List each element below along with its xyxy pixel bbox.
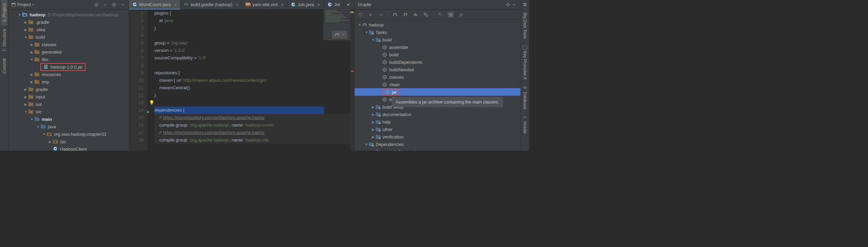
project-tree-item[interactable]: ▼hadoopD:\Project\BigDateNotes\src\hadoo… (8, 11, 129, 18)
gradle-tree-item[interactable]: buildNeeded (355, 66, 521, 73)
svg-rect-22 (45, 67, 47, 67)
close-icon[interactable]: × (236, 2, 239, 7)
svg-point-115 (523, 87, 527, 88)
svg-point-53 (507, 4, 509, 6)
gradle-tree-item[interactable]: buildDependents (355, 58, 521, 66)
svg-point-61 (450, 14, 451, 15)
gradle-run-icon[interactable] (392, 12, 398, 18)
project-tree-item[interactable]: ▶generated (8, 48, 129, 56)
gradle-tree-item[interactable]: ▼hadoop (355, 21, 521, 28)
settings-gear-icon[interactable] (111, 2, 117, 8)
editor-tab[interactable]: xmlyarn-site.xml× (242, 0, 287, 9)
project-tree-item[interactable]: ▶out (8, 100, 129, 108)
gradle-tree-item[interactable]: ▶compileClasspath (355, 148, 521, 151)
project-tree-item[interactable]: ▶.idea (8, 26, 129, 33)
gradle-tree-item[interactable]: assemble (355, 43, 521, 51)
gradle-toggle-icon[interactable] (448, 12, 454, 18)
gradle-tree-item[interactable]: ▶other (355, 126, 521, 133)
editor-tab[interactable]: CWordCount.java× (129, 0, 181, 9)
gradle-toolbar: + − (355, 10, 521, 20)
reader-mode-toggle[interactable]: × (332, 31, 347, 39)
gradle-refresh-icon[interactable] (357, 12, 363, 18)
rail-project[interactable]: 1: Project (1, 0, 7, 25)
close-icon[interactable]: × (318, 2, 320, 7)
class-icon: C (291, 2, 296, 7)
svg-rect-34 (29, 110, 31, 111)
project-tree-item[interactable]: ▼libs (8, 56, 129, 63)
project-tree[interactable]: ▼hadoopD:\Project\BigDateNotes\src\hadoo… (8, 10, 129, 151)
project-tree-item[interactable]: ▶resources (8, 71, 129, 78)
project-tree-item[interactable]: ▶.gradle (8, 18, 129, 26)
svg-rect-103 (376, 135, 378, 136)
gradle-tree-item[interactable]: ▼Dependencies (355, 140, 521, 148)
gradle-tree-item[interactable]: clean (355, 81, 521, 88)
gradle-remove-icon[interactable]: − (378, 12, 384, 18)
editor-tab[interactable]: CJob.java× (287, 0, 324, 9)
svg-point-4 (113, 4, 115, 6)
project-tree-item[interactable]: hadoop-1.0.0.jar (8, 63, 129, 71)
svg-rect-28 (29, 87, 31, 88)
left-tool-rail: 1: Project 7: Structure Commit (0, 0, 8, 151)
project-tree-item[interactable]: ▼build (8, 33, 129, 41)
svg-text:C: C (291, 2, 295, 7)
rail-keypromoter[interactable]: Key Promoter X (522, 42, 528, 83)
close-icon[interactable]: × (174, 2, 177, 7)
gradle-tree-item[interactable]: classes (355, 73, 521, 81)
rail-commit[interactable]: Commit (1, 55, 7, 77)
editor-tab[interactable]: CJol (324, 0, 344, 9)
project-tree-item[interactable]: ▶input (8, 93, 129, 100)
gradle-analyze-icon[interactable] (413, 12, 419, 18)
svg-rect-59 (424, 13, 426, 14)
editor-code[interactable]: plugins { id 'java'}group = 'org.xiao've… (148, 10, 354, 151)
gradle-assign-icon[interactable] (423, 12, 429, 18)
project-tree-item[interactable]: ▶classes (8, 41, 129, 48)
project-tree-item[interactable]: ▶tmp (8, 78, 129, 86)
project-tree-item[interactable]: ▼src (8, 108, 129, 115)
select-opened-file-icon[interactable] (93, 2, 99, 8)
project-tree-item[interactable]: ▶rpc (8, 138, 129, 145)
gradle-tree-item[interactable]: ▶documentation (355, 111, 521, 118)
svg-point-93 (379, 115, 380, 116)
rail-database[interactable]: Database (522, 83, 528, 113)
svg-rect-25 (35, 80, 39, 84)
gradle-tree-item[interactable]: build (355, 51, 521, 58)
gradle-offline-icon[interactable] (437, 12, 444, 18)
tabs-overflow[interactable] (343, 0, 353, 9)
error-stripe[interactable] (350, 10, 354, 151)
hide-panel-icon[interactable]: − (120, 2, 126, 8)
xml-icon: xml (246, 2, 250, 7)
gradle-tree[interactable]: ▼hadoop▼Tasks▼buildassemblebuildbuildDep… (355, 20, 521, 151)
rail-gradle[interactable]: Gradle (522, 113, 528, 137)
rail-structure[interactable]: 7: Structure (1, 25, 7, 55)
gradle-wrench-icon[interactable] (458, 12, 464, 18)
right-tool-rail: D Big Data Tools Key Promoter X Database… (521, 0, 529, 151)
gradle-panel-title: Gradle (358, 2, 505, 7)
gradle-tasks-icon[interactable] (402, 12, 409, 18)
gradle-tree-item[interactable]: ▼build (355, 36, 521, 43)
tab-label: yarn-site.xml (252, 2, 278, 7)
project-tree-item[interactable]: ▼org.xiao.hadoop.chapter01 (8, 130, 129, 138)
svg-rect-60 (426, 15, 428, 16)
gradle-hide-icon[interactable]: − (511, 2, 517, 8)
close-icon[interactable]: × (281, 2, 284, 7)
rail-bigdata-letter[interactable]: D (523, 0, 526, 9)
gradle-tree-item[interactable]: ▶help (355, 118, 521, 126)
gradle-add-icon[interactable]: + (367, 12, 374, 18)
gradle-tree-item[interactable]: ▶verification (355, 133, 521, 140)
project-tree-item[interactable]: ▶gradle (8, 86, 129, 93)
svg-rect-14 (35, 43, 39, 46)
editor-tab[interactable]: build.gradle (hadoop)× (181, 0, 242, 9)
class-icon: C (327, 2, 332, 7)
project-panel-title[interactable]: Project ▾ (11, 2, 93, 7)
project-tree-item[interactable]: ▼main (8, 115, 129, 123)
gradle-tree-item[interactable]: jar (355, 88, 521, 96)
rail-bigdata[interactable]: Big Data Tools (522, 9, 528, 42)
gradle-settings-icon[interactable] (505, 2, 511, 8)
gradle-tree-item[interactable]: ▼Tasks (355, 28, 521, 36)
expand-all-icon[interactable] (102, 2, 108, 8)
svg-rect-31 (29, 103, 33, 106)
class-icon: C (132, 2, 137, 7)
project-tree-item[interactable]: ▼java (8, 123, 129, 130)
svg-text:C: C (328, 2, 332, 7)
project-tree-item[interactable]: CHadoopClient (8, 145, 129, 151)
